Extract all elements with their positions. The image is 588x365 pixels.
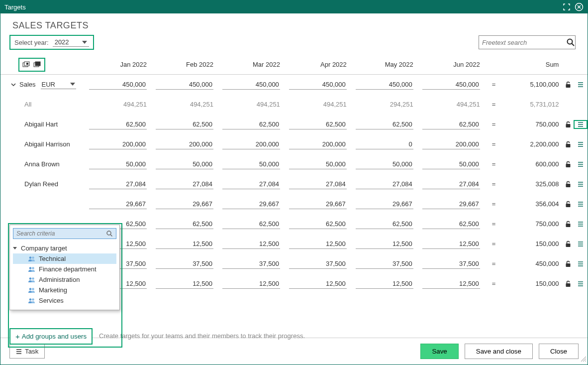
lock-icon[interactable] [563,280,574,287]
cell[interactable]: 12,500 [156,279,222,289]
cell[interactable]: 62,500 [356,219,422,229]
lock-icon[interactable] [563,81,574,88]
cell[interactable]: 62,500 [89,120,156,129]
cell[interactable]: 62,500 [156,120,222,129]
year-dropdown[interactable]: 2022 [53,38,89,47]
expand-all-button[interactable] [22,61,30,68]
cell[interactable]: 27,084 [422,179,489,189]
cell[interactable]: 450,000 [422,80,489,90]
task-button[interactable]: Task [9,344,45,359]
cell[interactable]: 62,500 [289,120,356,129]
lock-icon[interactable] [563,260,574,267]
row-menu-button[interactable] [574,241,588,247]
cell[interactable]: 450,000 [156,80,222,90]
cell[interactable]: 12,500 [422,279,489,289]
currency-dropdown[interactable]: EUR [41,80,76,89]
row-menu-button[interactable] [574,120,588,129]
chevron-down-icon[interactable] [10,82,16,88]
cell[interactable]: 12,500 [289,239,356,249]
cell[interactable]: 27,084 [89,179,156,189]
cell[interactable]: 29,667 [89,199,156,209]
cell[interactable]: 200,000 [422,139,489,149]
row-menu-button[interactable] [574,81,588,88]
cell[interactable]: 62,500 [289,219,356,229]
save-button[interactable]: Save [420,344,458,359]
cell[interactable]: 27,084 [356,179,422,189]
cell[interactable]: 0 [356,139,422,149]
add-groups-button[interactable]: + Add groups and users [9,328,93,345]
cell[interactable]: 37,500 [156,259,222,269]
lock-icon[interactable] [563,141,574,148]
cell[interactable]: 37,500 [222,259,289,269]
tree-item[interactable]: Marketing [13,285,116,295]
close-icon[interactable] [575,2,584,11]
cell[interactable]: 50,000 [422,159,489,169]
cell[interactable]: 62,500 [222,219,289,229]
tree-item[interactable]: Technical [13,253,116,264]
cell[interactable]: 200,000 [156,139,222,149]
save-and-close-button[interactable]: Save and close [465,344,533,359]
cell[interactable]: 62,500 [156,219,222,229]
row-menu-button[interactable] [574,280,588,287]
cell[interactable]: 12,500 [289,279,356,289]
cell[interactable]: 62,500 [356,120,422,129]
lock-icon[interactable] [563,221,574,228]
cell[interactable]: 37,500 [289,259,356,269]
cell[interactable]: 50,000 [156,159,222,169]
row-menu-button[interactable] [574,141,588,148]
cell[interactable]: 29,667 [289,199,356,209]
cell[interactable]: 12,500 [356,279,422,289]
cell[interactable]: 12,500 [156,239,222,249]
cell[interactable]: 62,500 [222,120,289,129]
cell[interactable]: 29,667 [356,199,422,209]
lock-icon[interactable] [563,161,574,168]
cell[interactable]: 62,500 [422,219,489,229]
collapse-all-button[interactable] [33,61,41,68]
row-menu-button[interactable] [574,221,588,228]
search-box[interactable] [479,35,576,49]
cell[interactable]: 29,667 [222,199,289,209]
row-menu-button[interactable] [574,161,588,168]
search-icon[interactable] [566,38,575,47]
cell[interactable]: 450,000 [89,80,156,90]
cell[interactable]: 29,667 [422,199,489,209]
cell[interactable]: 12,500 [222,279,289,289]
cell[interactable]: 50,000 [222,159,289,169]
tree-item[interactable]: Finance department [13,264,116,274]
criteria-search-input[interactable] [16,230,106,237]
cell[interactable]: 27,084 [156,179,222,189]
cell[interactable]: 12,500 [356,239,422,249]
tree-item[interactable]: Administration [13,274,116,285]
resize-handle-icon[interactable] [580,355,587,364]
cell[interactable]: 450,000 [356,80,422,90]
cell[interactable]: 450,000 [289,80,356,90]
cell[interactable]: 62,500 [422,120,489,129]
cell[interactable]: 12,500 [222,239,289,249]
row-menu-button[interactable] [574,201,588,208]
tree-root[interactable]: Company target [13,243,116,253]
cell[interactable]: 450,000 [222,80,289,90]
lock-icon[interactable] [563,181,574,188]
row-menu-button[interactable] [574,260,588,267]
cell[interactable]: 50,000 [289,159,356,169]
cell[interactable]: 12,500 [422,239,489,249]
lock-icon[interactable] [563,121,574,128]
search-input[interactable] [482,39,566,46]
cell[interactable]: 200,000 [89,139,156,149]
cell[interactable]: 50,000 [356,159,422,169]
cell[interactable]: 200,000 [222,139,289,149]
cell[interactable]: 29,667 [156,199,222,209]
cell[interactable]: 27,084 [289,179,356,189]
lock-icon[interactable] [563,201,574,208]
cell[interactable]: 27,084 [222,179,289,189]
cell[interactable]: 37,500 [356,259,422,269]
cell[interactable]: 50,000 [89,159,156,169]
lock-icon[interactable] [563,241,574,247]
close-button[interactable]: Close [539,344,579,359]
tree-item[interactable]: Services [13,295,116,306]
maximize-icon[interactable] [563,3,571,11]
cell[interactable]: 200,000 [289,139,356,149]
cell[interactable]: 37,500 [422,259,489,269]
criteria-search[interactable] [13,228,116,239]
row-menu-button[interactable] [574,181,588,188]
